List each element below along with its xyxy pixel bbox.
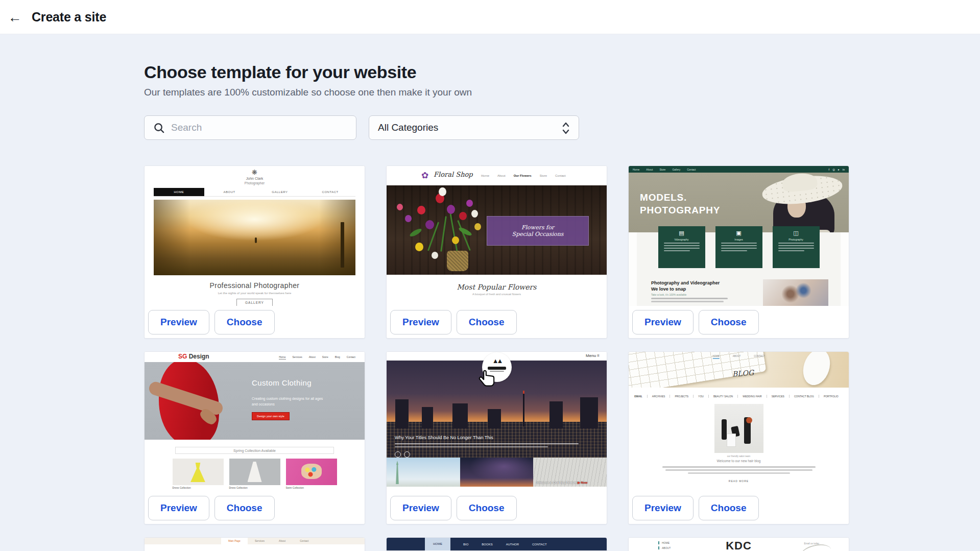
thumb-header: SG Design Home Services About Store Blog… (145, 352, 365, 362)
preview-button[interactable]: Preview (632, 496, 694, 520)
flower-stem (450, 213, 458, 251)
preview-button[interactable]: Preview (148, 310, 209, 334)
thumb-nav-item: AUTHOR (506, 543, 519, 546)
thumb-header: HOME BIO BOOKS AUTHOR CONTACT (387, 538, 607, 550)
tulip (452, 236, 459, 244)
shutter-logo-icon: ❋ (145, 169, 365, 176)
thumb-menu-item: HOME (658, 541, 671, 544)
tulip (415, 243, 423, 251)
thumb-header-links: HOME ABOUT CONTACT (712, 355, 764, 359)
thumb-section-subtitle: A bouquet of fresh and unusual flowers (387, 293, 607, 296)
thumb-brand: KDC (726, 539, 752, 551)
building (395, 399, 409, 428)
text-line (778, 248, 814, 249)
salon-photo (714, 404, 763, 453)
template-card-keyboard-blog: HOME ABOUT CONTACT BLOG EMAIL ARCHIVES P… (628, 351, 849, 524)
thumb-nav-item: CONTACT (532, 543, 547, 546)
thumb-nav-item: Home (633, 168, 639, 171)
main-content: Choose template for your website Our tem… (0, 34, 980, 551)
thumb-nav-item: Store (540, 174, 547, 177)
thumb-nav: Home About Store Gallery Contact f ◎ ▸ i… (629, 166, 849, 173)
menu-label: Menu ≡ (586, 353, 600, 358)
preview-button[interactable]: Preview (632, 310, 694, 334)
hero-overlay-box: Flowers for Special Occasions (487, 216, 589, 246)
thumb-nav-item: EMAIL (634, 395, 648, 398)
thumb-hero-title: Why Your Titles Should Be No Longer Than… (395, 435, 493, 440)
thumb-menu: HOME ABOUT (658, 541, 671, 551)
thumb-nav-item: BIO (463, 543, 468, 546)
film-icon: ▤ (679, 230, 684, 236)
thumb-hero-title: MODELS. PHOTOGRAPHY (640, 191, 720, 217)
thumb-header: ✿ Floral Shop Home About Our Flowers Sto… (387, 166, 607, 185)
preview-button[interactable]: Preview (148, 496, 209, 520)
product-caption: Swim Collection (286, 486, 337, 489)
card-actions: Preview Choose (387, 492, 607, 524)
post-thumbnails: Welcome to Our Blog Feature ▶ Now (387, 458, 607, 487)
thumb-nav-item: About (272, 538, 293, 544)
template-card-models: Home About Store Gallery Contact f ◎ ▸ i… (628, 165, 849, 339)
template-thumbnail-keyboard-blog: HOME ABOUT CONTACT BLOG EMAIL ARCHIVES P… (629, 352, 849, 492)
app-header: ← Create a site (0, 0, 980, 34)
preview-button[interactable]: Preview (390, 310, 451, 334)
thumb-nav-item: Services (293, 355, 302, 360)
search-icon (153, 122, 165, 134)
choose-button[interactable]: Choose (457, 496, 517, 520)
brand-rest: Design (189, 353, 209, 360)
thumb-nav-item: Home (481, 174, 489, 177)
blog-logo: BLOG (732, 369, 754, 378)
tulip (439, 187, 446, 196)
tulip (425, 220, 434, 229)
thumb-nav-item: BOOKS (482, 543, 492, 546)
page-title: Create a site (32, 0, 106, 34)
thumb-text: Photographer (145, 181, 365, 185)
template-thumbnail-row3-right: HOME ABOUT KDC Email us today (629, 538, 849, 551)
vase (447, 251, 468, 271)
building (488, 409, 501, 428)
text-line (778, 243, 814, 244)
thumb-nav-item: Store (659, 168, 665, 171)
leaf (409, 227, 422, 238)
product-caption: Dress Collection (173, 486, 224, 489)
caption-badge: ▶ Now (578, 481, 587, 484)
thumb-nav-item: Store (322, 355, 328, 360)
category-select[interactable]: All Categories (369, 115, 579, 140)
flower-stem (440, 216, 447, 252)
choose-button[interactable]: Choose (457, 310, 517, 334)
template-card-city-blog: Menu ≡ Why Your Titles Should Be No Long… (386, 351, 607, 524)
facebook-icon: f (829, 168, 830, 171)
hero-line: MODELS. (640, 191, 720, 204)
choose-button[interactable]: Choose (214, 310, 275, 334)
fence-post (341, 222, 344, 268)
template-thumbnail-row3-left: Main Page Services About Contact (145, 538, 365, 551)
overlay-text: Special Occasions (512, 231, 564, 237)
thumb-nav-item: CONTACT (305, 188, 355, 196)
thumb-nav-item: GALLERY (255, 188, 305, 196)
thumb-section-title: Most Popular Flowers (387, 283, 607, 291)
choose-button[interactable]: Choose (214, 496, 275, 520)
thumb-nav-item: Contact (293, 538, 316, 544)
thumb-nav-item: ABOUT (204, 188, 255, 196)
feature-cards: ▤ Videography ▣ Images (629, 226, 849, 268)
thumb-nav-item: Main Page (221, 538, 248, 544)
makeup-photo (763, 279, 828, 306)
thumb-nav: HOME ABOUT GALLERY CONTACT (154, 188, 355, 197)
preview-button[interactable]: Preview (390, 496, 451, 520)
thumb-title: Professional Photographer (145, 281, 365, 290)
choose-button[interactable]: Choose (699, 496, 759, 520)
choose-button[interactable]: Choose (699, 310, 759, 334)
card-actions: Preview Choose (629, 492, 849, 524)
carousel-arrow-left (395, 451, 401, 458)
building (580, 397, 597, 428)
thumb-body (145, 544, 365, 551)
search-input[interactable] (171, 116, 350, 139)
text-line (778, 245, 814, 246)
template-card-sg-design: SG Design Home Services About Store Blog… (144, 351, 365, 524)
feature-card: ◫ Photography (773, 226, 820, 268)
thumb-nav-item: About (497, 174, 506, 177)
salon-chair (727, 434, 736, 447)
thumb-nav-item: ABOUT (733, 355, 741, 359)
thumb-nav-item: YOU (698, 395, 709, 398)
back-button[interactable]: ← (4, 7, 26, 28)
thumb-section: Photography and Videographer We love to … (651, 280, 720, 296)
thumb-nav: Home Services About Store Blog Contact (279, 355, 355, 360)
